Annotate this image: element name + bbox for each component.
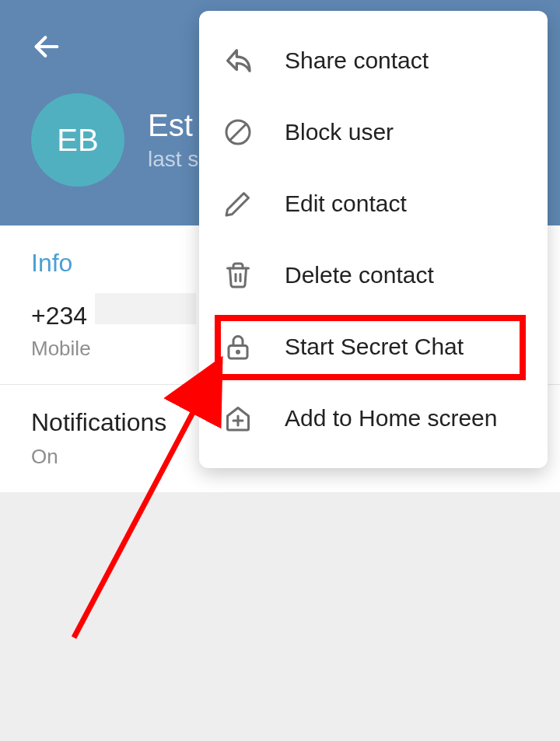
lock-icon [222,331,254,362]
back-arrow-icon [31,31,62,62]
menu-item-block-user[interactable]: Block user [199,96,548,168]
profile-status: last s [148,147,198,172]
menu-item-share-contact[interactable]: Share contact [199,25,548,96]
profile-section: EB Est last s [31,93,198,187]
menu-item-label: Start Secret Chat [285,334,464,360]
menu-item-delete-contact[interactable]: Delete contact [199,239,548,311]
menu-item-edit-contact[interactable]: Edit contact [199,168,548,239]
menu-item-label: Block user [285,119,394,145]
menu-item-start-secret-chat[interactable]: Start Secret Chat [199,311,548,383]
phone-redacted [95,293,196,324]
menu-item-label: Delete contact [285,262,434,288]
back-button[interactable] [31,31,62,62]
context-menu: Share contact Block user Edit contact [199,11,548,468]
svg-point-6 [237,351,240,353]
svg-line-2 [230,124,247,141]
share-icon [222,45,254,76]
profile-name: Est [148,108,198,143]
menu-item-label: Add to Home screen [285,405,497,432]
home-plus-icon [222,403,254,434]
menu-item-label: Edit contact [285,190,407,217]
avatar[interactable]: EB [31,93,124,187]
menu-item-label: Share contact [285,47,429,74]
trash-icon [222,260,254,291]
menu-item-add-home-screen[interactable]: Add to Home screen [199,383,548,454]
block-icon [222,117,254,148]
phone-number: +234 [31,302,87,330]
edit-icon [222,188,254,219]
